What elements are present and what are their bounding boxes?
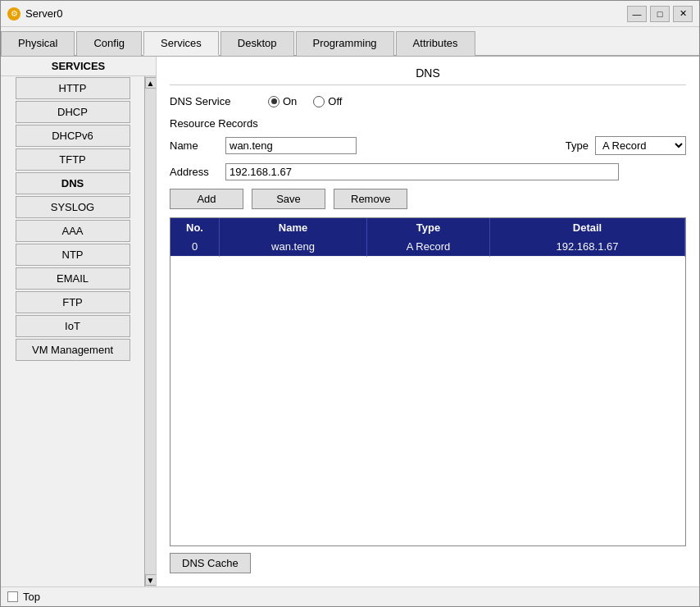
table-header: No. Name Type Detail: [170, 218, 685, 237]
dns-service-row: DNS Service On Off: [170, 95, 686, 107]
name-type-row: Name Type A Record AAAA Record CNAME NS …: [170, 136, 686, 155]
radio-on-circle[interactable]: [268, 96, 280, 107]
type-select[interactable]: A Record AAAA Record CNAME NS MX SOA: [595, 136, 686, 155]
row-no: 0: [170, 237, 220, 257]
tab-physical[interactable]: Physical: [1, 31, 75, 56]
sidebar-scrollbar: ▲ ▼: [144, 76, 156, 586]
main-window: ⚙ Server0 — □ ✕ Physical Config Services…: [0, 0, 700, 607]
sidebar-item-syslog[interactable]: SYSLOG: [16, 196, 130, 218]
top-checkbox[interactable]: [7, 591, 18, 602]
tab-services[interactable]: Services: [143, 31, 219, 56]
dns-radio-group: On Off: [268, 95, 342, 107]
sidebar-item-dhcp[interactable]: DHCP: [16, 101, 130, 123]
col-detail: Detail: [490, 218, 685, 237]
sidebar-item-ftp[interactable]: FTP: [16, 291, 130, 313]
sidebar-item-dns[interactable]: DNS: [16, 172, 130, 194]
radio-off-option[interactable]: Off: [313, 95, 342, 107]
tab-attributes[interactable]: Attributes: [396, 31, 475, 56]
sidebar-item-email[interactable]: EMAIL: [16, 267, 130, 290]
radio-on-label: On: [283, 95, 297, 107]
panel-title: DNS: [170, 66, 686, 85]
button-row: Add Save Remove: [170, 189, 686, 209]
col-type: Type: [367, 218, 490, 237]
dns-cache-button[interactable]: DNS Cache: [170, 553, 251, 573]
col-name: Name: [220, 218, 367, 237]
title-controls: — □ ✕: [627, 6, 693, 22]
records-table: No. Name Type Detail 0 wan.teng A Record…: [170, 217, 686, 546]
footer-bar: Top: [1, 586, 699, 606]
sidebar-item-http[interactable]: HTTP: [16, 77, 130, 99]
row-detail: 192.168.1.67: [490, 237, 685, 257]
scroll-down-arrow[interactable]: ▼: [145, 574, 157, 586]
save-button[interactable]: Save: [252, 189, 325, 209]
maximize-button[interactable]: □: [650, 6, 670, 22]
bottom-area: DNS Cache: [170, 546, 686, 577]
sidebar-header: SERVICES: [1, 57, 156, 76]
close-button[interactable]: ✕: [673, 6, 693, 22]
tab-bar: Physical Config Services Desktop Program…: [1, 27, 699, 57]
sidebar-scroll: HTTP DHCP DHCPv6 TFTP DNS SYSLOG AAA NTP…: [1, 76, 144, 586]
radio-on-option[interactable]: On: [268, 95, 297, 107]
sidebar-item-vm-management[interactable]: VM Management: [16, 339, 130, 361]
sidebar-item-tftp[interactable]: TFTP: [16, 148, 130, 171]
content-area: SERVICES HTTP DHCP DHCPv6 TFTP DNS SYSLO…: [1, 57, 699, 586]
row-name: wan.teng: [220, 237, 367, 257]
address-input[interactable]: [225, 163, 619, 180]
sidebar-item-dhcpv6[interactable]: DHCPv6: [16, 125, 130, 147]
window-title: Server0: [25, 7, 63, 20]
sidebar-inner: HTTP DHCP DHCPv6 TFTP DNS SYSLOG AAA NTP…: [1, 76, 156, 586]
sidebar: SERVICES HTTP DHCP DHCPv6 TFTP DNS SYSLO…: [1, 57, 157, 586]
minimize-button[interactable]: —: [627, 6, 647, 22]
title-bar-left: ⚙ Server0: [7, 7, 63, 21]
resource-records-label: Resource Records: [170, 117, 686, 130]
type-label: Type: [566, 139, 589, 152]
sidebar-item-iot[interactable]: IoT: [16, 315, 130, 337]
top-label: Top: [23, 591, 40, 603]
tab-desktop[interactable]: Desktop: [220, 31, 294, 56]
col-no: No.: [170, 218, 220, 237]
remove-button[interactable]: Remove: [334, 189, 407, 209]
sidebar-item-ntp[interactable]: NTP: [16, 244, 130, 266]
sidebar-item-aaa[interactable]: AAA: [16, 220, 130, 242]
row-type: A Record: [367, 237, 490, 257]
add-button[interactable]: Add: [170, 189, 243, 209]
table-body: 0 wan.teng A Record 192.168.1.67: [170, 237, 685, 545]
radio-off-label: Off: [328, 95, 342, 107]
radio-off-circle[interactable]: [313, 96, 325, 107]
name-label: Name: [170, 139, 219, 152]
scroll-up-arrow[interactable]: ▲: [145, 77, 157, 89]
title-bar: ⚙ Server0 — □ ✕: [1, 1, 699, 27]
tab-programming[interactable]: Programming: [296, 31, 394, 56]
dns-service-label: DNS Service: [170, 95, 252, 107]
main-panel: DNS DNS Service On Off Resource Records: [157, 57, 699, 586]
name-input[interactable]: [225, 137, 357, 154]
tab-config[interactable]: Config: [76, 31, 142, 56]
address-row: Address: [170, 163, 686, 180]
app-icon: ⚙: [7, 7, 20, 21]
address-label: Address: [170, 166, 219, 178]
table-row[interactable]: 0 wan.teng A Record 192.168.1.67: [170, 237, 685, 257]
